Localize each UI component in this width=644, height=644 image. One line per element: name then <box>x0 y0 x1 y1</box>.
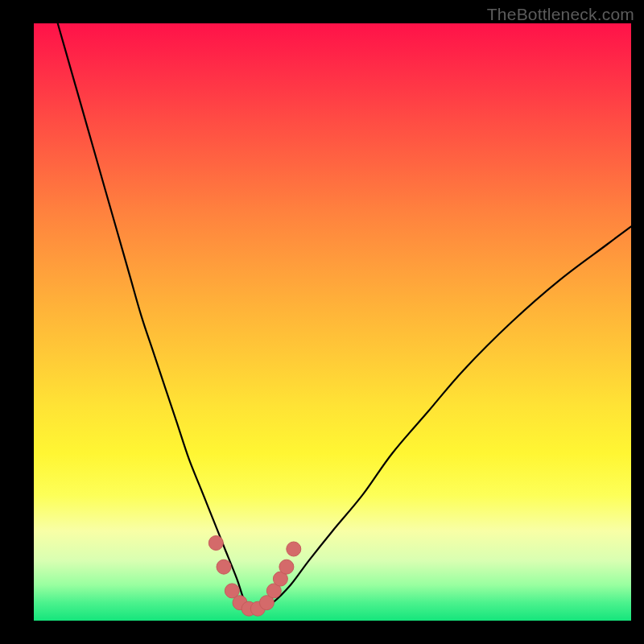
marker-group <box>208 536 301 617</box>
watermark-text: TheBottleneck.com <box>487 5 634 24</box>
chart-overlay <box>34 23 631 621</box>
curve-marker <box>217 559 231 574</box>
bottleneck-curve <box>58 23 631 610</box>
curve-marker <box>208 536 223 551</box>
outer-frame: TheBottleneck.com <box>0 0 644 644</box>
curve-marker <box>279 559 294 574</box>
curve-marker <box>287 542 301 556</box>
